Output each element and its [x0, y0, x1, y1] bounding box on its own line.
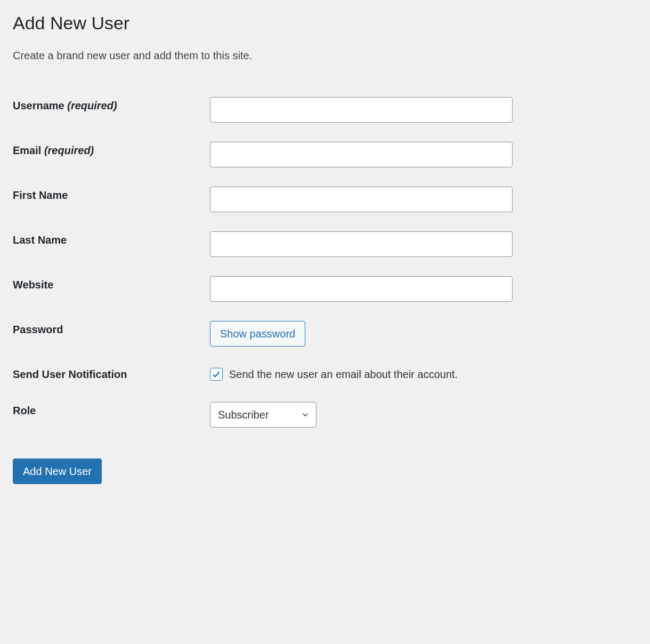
- label-email: Email (required): [13, 132, 205, 177]
- row-email: Email (required): [13, 132, 637, 177]
- notification-checkbox-label: Send the new user an email about their a…: [229, 368, 458, 381]
- username-input[interactable]: [210, 97, 513, 123]
- role-select[interactable]: Subscriber: [210, 402, 316, 428]
- row-website: Website: [13, 267, 637, 311]
- label-username-text: Username: [13, 100, 67, 111]
- label-username-required: (required): [67, 100, 117, 111]
- label-email-text: Email: [13, 144, 44, 156]
- row-notification: Send User Notification Send the new user…: [13, 356, 637, 392]
- row-first-name: First Name: [13, 177, 637, 222]
- label-last-name: Last Name: [13, 222, 205, 267]
- label-email-required: (required): [44, 144, 94, 156]
- label-notification: Send User Notification: [13, 356, 205, 392]
- notification-checkbox[interactable]: [210, 368, 223, 381]
- show-password-button[interactable]: Show password: [210, 321, 305, 347]
- page-description: Create a brand new user and add them to …: [13, 50, 637, 62]
- label-first-name: First Name: [13, 177, 205, 222]
- row-password: Password Show password: [13, 311, 637, 356]
- row-last-name: Last Name: [13, 222, 637, 267]
- first-name-input[interactable]: [210, 187, 513, 212]
- notification-checkbox-wrapper: Send the new user an email about their a…: [210, 368, 632, 381]
- email-input[interactable]: [210, 142, 513, 167]
- row-username: Username (required): [13, 87, 637, 132]
- user-form: Username (required) Email (required) Fir…: [13, 87, 637, 437]
- add-new-user-button[interactable]: Add New User: [13, 458, 102, 484]
- website-input[interactable]: [210, 276, 513, 302]
- label-password: Password: [13, 311, 205, 356]
- label-role: Role: [13, 392, 205, 437]
- row-role: Role Subscriber: [13, 392, 637, 437]
- submit-row: Add New User: [13, 458, 637, 484]
- page-title: Add New User: [13, 13, 637, 34]
- last-name-input[interactable]: [210, 231, 513, 257]
- label-username: Username (required): [13, 87, 205, 132]
- label-website: Website: [13, 267, 205, 311]
- role-select-wrapper: Subscriber: [210, 402, 316, 428]
